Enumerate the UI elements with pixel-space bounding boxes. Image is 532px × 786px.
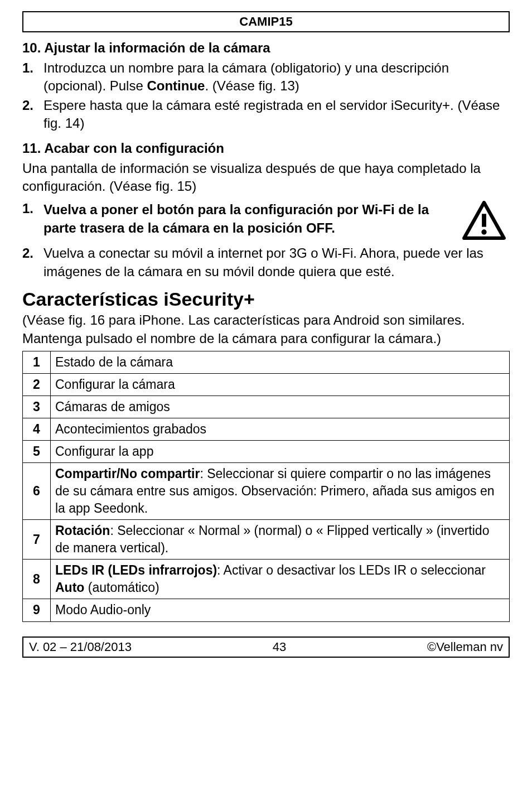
row-content: Acontecimientos grabados (51, 418, 510, 441)
table-row: 5 Configurar la app (23, 441, 510, 463)
row-number: 6 (23, 463, 51, 520)
cell-mid: : Activar o desactivar los LEDs IR o sel… (217, 563, 486, 577)
table-row: 8 LEDs IR (LEDs infrarrojos): Activar o … (23, 560, 510, 599)
row-number: 5 (23, 441, 51, 463)
row-content: Cámaras de amigos (51, 396, 510, 418)
warning-icon (462, 201, 506, 240)
cell-bold-2: Auto (55, 580, 84, 595)
warning-row: 1. Vuelva a poner el botón para la confi… (22, 201, 510, 240)
section10-title: 10. Ajustar la información de la cámara (22, 40, 510, 56)
table-row: 9 Modo Audio-only (23, 599, 510, 621)
row-number: 1 (23, 351, 51, 373)
list-number: 1. (22, 59, 43, 77)
row-number: 2 (23, 373, 51, 396)
row-number: 4 (23, 418, 51, 441)
cell-text: Estado de la cámara (55, 355, 173, 369)
list-content: Vuelva a conectar su móvil a internet po… (43, 244, 510, 281)
features-intro: (Véase fig. 16 para iPhone. Las caracter… (22, 311, 510, 348)
warning-text: Vuelva a poner el botón para la configur… (43, 201, 452, 237)
row-content: Estado de la cámara (51, 351, 510, 373)
row-content: Rotación: Seleccionar « Normal » (normal… (51, 520, 510, 560)
cell-bold: Rotación (55, 523, 110, 538)
list-number: 2. (22, 97, 43, 114)
row-content: Configurar la app (51, 441, 510, 463)
table-row: 3 Cámaras de amigos (23, 396, 510, 418)
row-content: Compartir/No compartir: Seleccionar si q… (51, 463, 510, 520)
cell-bold: LEDs IR (LEDs infrarrojos) (55, 563, 217, 577)
footer-page: 43 (273, 640, 286, 654)
list-number: 2. (22, 244, 43, 262)
row-number: 7 (23, 520, 51, 560)
cell-text: Configurar la app (55, 444, 153, 459)
list-item: 2. Espere hasta que la cámara esté regis… (22, 97, 510, 133)
text-bold: Continue (147, 78, 205, 93)
row-content: Modo Audio-only (51, 599, 510, 621)
cell-bold: Compartir/No compartir (55, 466, 200, 481)
cell-text: Configurar la cámara (55, 377, 175, 392)
row-content: LEDs IR (LEDs infrarrojos): Activar o de… (51, 560, 510, 599)
list-content: Introduzca un nombre para la cámara (obl… (43, 59, 510, 95)
row-number: 9 (23, 599, 51, 621)
cell-text: : Seleccionar « Normal » (normal) o « Fl… (55, 523, 489, 555)
svg-rect-1 (482, 214, 486, 227)
row-content: Configurar la cámara (51, 373, 510, 396)
list-item: 1. Introduzca un nombre para la cámara (… (22, 59, 510, 95)
cell-text: Acontecimientos grabados (55, 422, 206, 436)
cell-text: Modo Audio-only (55, 602, 151, 617)
section11-title: 11. Acabar con la configuración (22, 141, 510, 156)
list-number: 1. (22, 201, 43, 216)
row-number: 3 (23, 396, 51, 418)
header-title: CAMIP15 (239, 15, 292, 28)
list-content: Espere hasta que la cámara esté registra… (43, 97, 510, 133)
footer-version: V. 02 – 21/08/2013 (29, 640, 132, 654)
table-row: 7 Rotación: Seleccionar « Normal » (norm… (23, 520, 510, 560)
text-post: . (Véase fig. 13) (205, 78, 299, 93)
section11-intro: Una pantalla de información se visualiza… (22, 160, 510, 196)
header-box: CAMIP15 (22, 11, 510, 32)
list-item: 2. Vuelva a conectar su móvil a internet… (22, 244, 510, 281)
footer-copyright: ©Velleman nv (427, 640, 503, 654)
table-row: 1 Estado de la cámara (23, 351, 510, 373)
cell-post: (automático) (84, 580, 159, 595)
features-table: 1 Estado de la cámara 2 Configurar la cá… (22, 351, 510, 622)
footer-box: V. 02 – 21/08/2013 43 ©Velleman nv (22, 636, 510, 658)
section10-list: 1. Introduzca un nombre para la cámara (… (22, 59, 510, 133)
row-number: 8 (23, 560, 51, 599)
svg-point-2 (481, 230, 486, 235)
text-pre: Espere hasta que la cámara esté registra… (43, 98, 500, 131)
table-row: 4 Acontecimientos grabados (23, 418, 510, 441)
cell-text: Cámaras de amigos (55, 399, 170, 414)
table-row: 6 Compartir/No compartir: Seleccionar si… (23, 463, 510, 520)
table-row: 2 Configurar la cámara (23, 373, 510, 396)
features-title: Características iSecurity+ (22, 288, 510, 310)
